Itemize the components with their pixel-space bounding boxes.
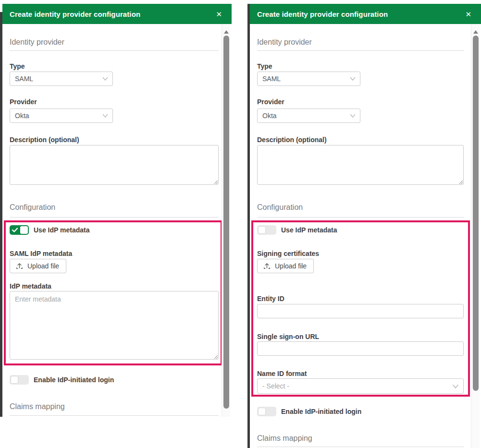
upload-file-button[interactable]: Upload file [10,259,66,273]
enable-idp-login-row: Enable IdP-initiated login [10,375,114,385]
dialog-title: Create identity provider configuration [257,10,388,18]
use-idp-metadata-label: Use IdP metadata [34,226,89,234]
idp-metadata-textarea[interactable] [10,291,219,360]
provider-label: Provider [257,98,284,106]
toggle-knob [11,376,18,384]
enable-idp-login-row: Enable IdP-initiated login [257,407,361,416]
toggle-knob [258,408,266,415]
use-idp-metadata-label: Use IdP metadata [281,226,337,234]
scrollbar-thumb[interactable] [473,36,479,391]
upload-file-label: Upload file [27,262,59,270]
section-heading-configuration: Configuration [10,203,55,212]
upload-file-label: Upload file [275,262,307,270]
chevron-down-icon [452,384,459,389]
name-id-format-value: - Select - [262,382,289,390]
section-divider [257,447,464,447]
type-label: Type [257,62,272,70]
type-dropdown-value: SAML [15,75,33,83]
upload-icon [15,262,24,270]
type-dropdown-value: SAML [262,75,281,83]
scrollbar-up-arrow[interactable] [473,30,478,34]
description-textarea[interactable] [10,145,219,185]
section-heading-configuration: Configuration [257,203,303,212]
use-idp-metadata-row: Use IdP metadata [10,225,89,235]
entity-id-input[interactable] [257,304,464,318]
description-label: Description (optional) [257,136,327,144]
provider-dropdown[interactable]: Okta [257,109,360,123]
section-heading-identity-provider: Identity provider [10,38,64,47]
section-divider [10,217,219,218]
idp-metadata-label: IdP metadata [10,282,51,290]
name-id-format-dropdown[interactable]: - Select - [257,378,464,394]
sso-url-label: Single sign-on URL [257,333,319,340]
section-heading-identity-provider: Identity provider [257,38,312,47]
close-icon[interactable]: ✕ [216,11,222,18]
provider-dropdown-value: Okta [262,112,277,120]
type-dropdown[interactable]: SAML [10,72,113,86]
section-divider [10,415,219,416]
upload-file-button[interactable]: Upload file [257,259,314,273]
section-divider [257,217,464,218]
chevron-down-icon [102,76,108,81]
toggle-knob [258,226,266,234]
enable-idp-login-toggle[interactable] [10,375,29,385]
type-label: Type [10,62,25,70]
check-icon [12,228,18,232]
entity-id-label: Entity ID [257,295,284,303]
dialog-body: Identity provider Type SAML Provider Okt… [250,24,481,448]
chevron-down-icon [102,113,108,118]
close-icon[interactable]: ✕ [465,11,471,18]
signing-certificates-label: Signing certificates [257,250,319,257]
use-idp-metadata-toggle[interactable] [257,225,276,235]
chevron-down-icon [350,76,356,81]
section-divider [10,50,219,51]
section-heading-claims-mapping: Claims mapping [257,434,312,443]
use-idp-metadata-toggle[interactable] [10,225,29,235]
dialog-header: Create identity provider configuration ✕ [250,4,481,24]
dialog-body: Identity provider Type SAML Provider Okt… [2,24,232,417]
saml-idp-metadata-label: SAML IdP metadata [10,250,72,257]
scrollbar-track[interactable] [222,24,230,417]
scrollbar-up-arrow[interactable] [224,30,229,34]
dialog-header: Create identity provider configuration ✕ [2,4,232,24]
use-idp-metadata-row: Use IdP metadata [257,225,337,235]
provider-dropdown-value: Okta [15,112,29,120]
dialog-create-idp-right: Create identity provider configuration ✕… [250,4,481,448]
scrollbar-thumb[interactable] [223,36,229,409]
scrollbar-track[interactable] [471,24,480,448]
description-label: Description (optional) [10,136,79,144]
dialog-create-idp-left: Create identity provider configuration ✕… [2,4,232,417]
description-textarea[interactable] [257,145,464,185]
enable-idp-login-label: Enable IdP-initiated login [34,376,114,384]
toggle-knob [20,226,28,234]
name-id-format-label: Name ID format [257,370,307,377]
type-dropdown[interactable]: SAML [257,72,360,86]
provider-dropdown[interactable]: Okta [10,109,113,123]
dialog-title: Create identity provider configuration [10,10,140,18]
section-heading-claims-mapping: Claims mapping [10,402,65,411]
section-divider [257,50,464,51]
upload-icon [263,262,271,270]
chevron-down-icon [350,113,356,118]
enable-idp-login-label: Enable IdP-initiated login [281,408,361,415]
provider-label: Provider [10,98,37,106]
enable-idp-login-toggle[interactable] [257,407,276,416]
screenshot-canvas: Create identity provider configuration ✕… [0,0,481,448]
sso-url-input[interactable] [257,341,464,356]
